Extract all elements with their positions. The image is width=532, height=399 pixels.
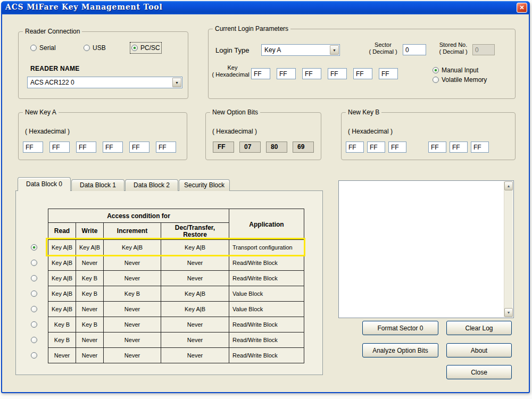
about-button[interactable]: About	[446, 343, 512, 358]
radio-volatile-memory-label: Volatile Memory	[442, 76, 487, 84]
cell-read: Key A|B	[48, 302, 76, 317]
radio-serial[interactable]: Serial	[30, 44, 56, 52]
clear-log-button[interactable]: Clear Log	[446, 321, 512, 335]
cell-application: Read/Write Block	[229, 255, 304, 271]
cell-read: Never	[48, 348, 76, 363]
radio-pcsc[interactable]: PC/SC	[131, 44, 160, 52]
login-key-input-1[interactable]	[277, 68, 296, 79]
title-bar[interactable]: ACS MiFare Key Management Tool ✕	[1, 1, 530, 14]
new-key-b-input-3[interactable]	[428, 142, 446, 153]
col-dec-transfer: Dec/Transfer,Restore	[161, 223, 229, 240]
new-key-a-input-2[interactable]	[76, 142, 96, 153]
table-row-2: Key A|B Key B Never Never Read/Write Blo…	[48, 271, 304, 286]
cell-write: Key B	[76, 286, 104, 302]
login-key-input-2[interactable]	[302, 68, 321, 79]
table-row-6: Key B Never Never Never Read/Write Block	[48, 332, 304, 348]
stored-no-label: Stored No. ( Decimal )	[435, 41, 471, 55]
tab-security-block[interactable]: Security Block	[179, 179, 230, 191]
row-radio-7[interactable]	[31, 352, 37, 359]
cell-increment: Never	[104, 332, 161, 348]
cell-dec: Never	[161, 317, 229, 332]
close-button[interactable]: ✕	[517, 3, 527, 13]
login-key-input-0[interactable]	[251, 68, 270, 79]
table-row-3: Key A|B Key B Key B Key A|B Value Block	[48, 286, 304, 302]
new-key-a-input-0[interactable]	[23, 142, 43, 153]
new-key-a-input-1[interactable]	[49, 142, 70, 153]
row-radio-6[interactable]	[31, 337, 37, 343]
tab-security-block-label: Security Block	[184, 181, 225, 189]
radio-manual-input[interactable]: Manual Input	[433, 66, 478, 74]
login-key-input-5[interactable]	[379, 68, 398, 79]
reader-name-select[interactable]: ACS ACR122 0 ▼	[27, 77, 182, 88]
cell-write: Key B	[76, 271, 104, 286]
radio-usb[interactable]: USB	[84, 44, 106, 52]
tab-data-block-0[interactable]: Data Block 0	[18, 177, 71, 191]
sector-label-line1: Sector	[375, 41, 392, 48]
cell-increment: Never	[104, 271, 161, 286]
row-radio-1[interactable]	[31, 260, 37, 266]
reader-name-label: READER NAME	[30, 65, 80, 72]
new-key-b-hex-label: ( Hexadecimal )	[348, 128, 393, 135]
log-output[interactable]: ▲ ▼	[338, 180, 514, 318]
reader-name-dropdown-button[interactable]: ▼	[172, 78, 181, 87]
new-key-a-input-5[interactable]	[156, 142, 176, 153]
new-key-b-input-4[interactable]	[450, 142, 468, 153]
analyze-option-bits-button[interactable]: Analyze Option Bits	[362, 343, 438, 358]
cell-increment: Key A|B	[104, 240, 161, 255]
new-key-b-input-2[interactable]	[388, 142, 406, 153]
login-type-value: Key A	[264, 46, 281, 54]
option-bits-field-1: 07	[239, 142, 261, 153]
new-key-b-input-0[interactable]	[346, 142, 364, 153]
scroll-down-button[interactable]: ▼	[504, 308, 513, 317]
new-key-b-input-5[interactable]	[471, 142, 489, 153]
tab-data-block-1[interactable]: Data Block 1	[71, 179, 124, 191]
table-row-1: Key A|B Never Never Never Read/Write Blo…	[48, 255, 304, 271]
row-radio-4[interactable]	[31, 306, 37, 312]
format-sector-button[interactable]: Format Sector 0	[362, 321, 438, 335]
option-bits-field-2: 80	[266, 142, 287, 153]
cell-read: Key B	[48, 332, 76, 348]
login-type-select[interactable]: Key A ▼	[261, 44, 340, 56]
option-bits-field-3: 69	[293, 142, 314, 153]
analyze-option-bits-button-label: Analyze Option Bits	[372, 347, 428, 354]
radio-usb-icon	[84, 45, 90, 51]
tab-data-block-2[interactable]: Data Block 2	[125, 179, 178, 191]
new-key-a-input-3[interactable]	[103, 142, 123, 153]
close-dialog-button[interactable]: Close	[446, 365, 512, 379]
login-key-input-3[interactable]	[328, 68, 347, 79]
sector-input[interactable]	[403, 44, 426, 55]
sector-label-line2: ( Decimal )	[369, 48, 397, 55]
cell-read: Key B	[48, 317, 76, 332]
reader-connection-group: Reader Connection Serial USB PC/SC READE…	[18, 31, 188, 99]
cell-write: Never	[76, 348, 104, 363]
cell-write: Never	[76, 255, 104, 271]
login-key-input-4[interactable]	[353, 68, 372, 79]
new-key-b-input-1[interactable]	[367, 142, 385, 153]
log-scrollbar[interactable]: ▲ ▼	[504, 181, 513, 317]
row-radio-5[interactable]	[31, 321, 37, 328]
close-icon: ✕	[519, 4, 524, 11]
table-row-4: Key A|B Never Never Key A|B Value Block	[48, 302, 304, 317]
close-dialog-button-label: Close	[471, 369, 487, 376]
option-bits-field-0: FF	[213, 142, 234, 153]
cell-application: Read/Write Block	[229, 317, 304, 332]
login-key-label-line2: ( Hexadecimal )	[212, 71, 253, 78]
radio-manual-input-icon	[433, 67, 439, 73]
new-key-a-input-4[interactable]	[129, 142, 149, 153]
clear-log-button-label: Clear Log	[465, 325, 493, 332]
scroll-up-button[interactable]: ▲	[504, 181, 513, 190]
cell-increment: Never	[104, 317, 161, 332]
cell-dec: Key A|B	[161, 302, 229, 317]
row-radio-0[interactable]	[31, 244, 37, 251]
app-window: ACS MiFare Key Management Tool ✕ Reader …	[1, 1, 530, 393]
cell-dec: Key A|B	[161, 286, 229, 302]
radio-volatile-memory[interactable]: Volatile Memory	[433, 76, 487, 84]
radio-serial-icon	[30, 45, 37, 51]
table-row-7: Never Never Never Never Read/Write Block	[48, 348, 304, 363]
row-radio-3[interactable]	[31, 290, 37, 297]
radio-pcsc-icon	[131, 45, 138, 51]
log-content	[340, 182, 503, 317]
login-type-dropdown-button[interactable]: ▼	[330, 45, 339, 55]
about-button-label: About	[471, 347, 487, 354]
row-radio-2[interactable]	[31, 275, 37, 281]
